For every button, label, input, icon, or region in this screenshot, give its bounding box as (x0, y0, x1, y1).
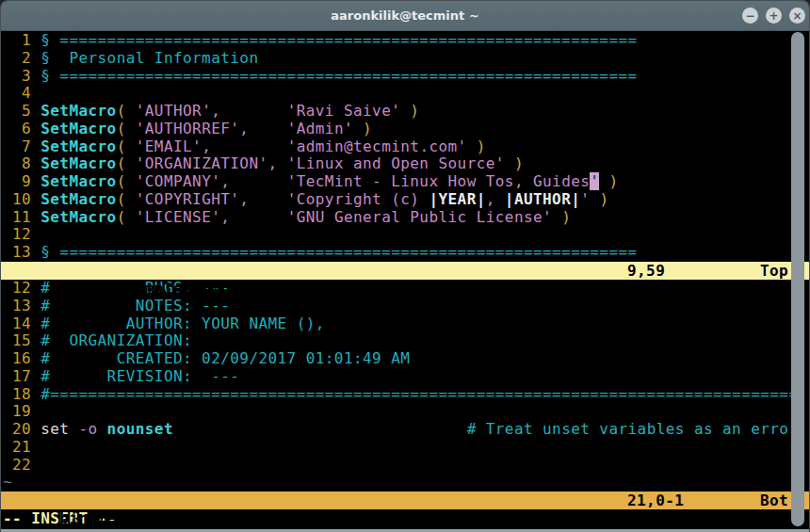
titlebar[interactable]: aaronkilik@tecmint ~ − + × (1, 1, 809, 31)
editor-line[interactable]: 19 (3, 403, 809, 421)
editor-line[interactable]: 20 set -o nounset # Treat unset variable… (3, 421, 809, 439)
line-number: 13 (3, 243, 40, 261)
code-segment: # NOTES: --- (40, 297, 230, 314)
code-segment: 'COPYRIGHT', (136, 190, 250, 208)
code-segment: nounset (107, 420, 173, 438)
editor-line[interactable]: 18 #====================================… (3, 386, 809, 404)
editor-line[interactable]: 8 SetMacro( 'ORGANIZATION', 'Linux and O… (3, 155, 809, 173)
statusline-bottom-filename: bin/test.sh (59, 509, 164, 527)
editor-line[interactable]: 5 SetMacro( 'AUTHOR', 'Ravi Saive' ) (3, 103, 809, 121)
code-segment: ( (117, 172, 136, 190)
statusline-top-position: Top (760, 262, 788, 280)
vim-bottom-pane[interactable]: 12 # BUGS: --- 13 # NOTES: --- 14 # AUTH… (1, 280, 809, 492)
editor-line[interactable]: 13 # NOTES: --- (3, 298, 809, 315)
line-number: 21 (3, 438, 40, 456)
code-segment: ) (505, 154, 524, 172)
code-segment: SetMacro (40, 190, 116, 208)
window-title: aaronkilik@tecmint ~ (331, 8, 478, 23)
editor-line[interactable]: ~ (3, 474, 809, 492)
line-number: 11 (3, 208, 40, 226)
code-segment: # CREATED: 02/09/2017 01:01:49 AM (40, 349, 410, 367)
close-button[interactable]: × (789, 8, 805, 24)
code-segment: ) (599, 172, 618, 190)
editor-line[interactable]: 6 SetMacro( 'AUTHORREF', 'Admin' ) (3, 121, 809, 138)
code-segment: , (486, 190, 505, 208)
window-controls: − + × (742, 8, 805, 24)
code-segment: 'COMPANY', (136, 172, 231, 190)
statusline-bottom-position: Bot (760, 492, 788, 509)
editor-line[interactable]: 11 SetMacro( 'LICENSE', 'GNU General Pub… (3, 209, 809, 227)
code-segment: 'Ravi Saive' (287, 102, 401, 120)
editor-line[interactable]: 3 § ====================================… (3, 68, 809, 86)
code-segment: 'TecMint - Linux How Tos, Guides (287, 172, 591, 190)
editor-line[interactable]: 10 SetMacro( 'COPYRIGHT', 'Copyright (c)… (3, 191, 809, 209)
line-number: 1 (3, 31, 40, 49)
editor-line[interactable]: 17 # REVISION: --- (3, 368, 809, 386)
code-segment: |YEAR| (429, 190, 485, 208)
code-segment: SetMacro (40, 208, 116, 226)
code-segment: ( (117, 137, 136, 155)
code-segment (220, 102, 286, 120)
editor-line[interactable]: 16 # CREATED: 02/09/2017 01:01:49 AM (3, 350, 809, 368)
code-segment: # AUTHOR: YOUR NAME (), (40, 314, 325, 332)
line-number: 10 (3, 190, 40, 208)
editor-line[interactable]: 14 # AUTHOR: YOUR NAME (), (3, 315, 809, 333)
code-segment: # Treat unset variables as an error (467, 420, 799, 438)
code-segment (278, 154, 287, 172)
line-number: 22 (3, 456, 40, 474)
editor-line[interactable]: 15 # ORGANIZATION: (3, 332, 809, 350)
statusline-top-ruler: 9,59 (627, 262, 665, 280)
editor-line[interactable]: 4 (3, 85, 809, 103)
editor-line[interactable]: 9 SetMacro( 'COMPANY', 'TecMint - Linux … (3, 173, 809, 191)
line-number: 16 (3, 349, 40, 367)
code-segment: § ======================================… (40, 31, 637, 49)
editor-line[interactable]: 7 SetMacro( 'EMAIL', 'admin@tecmint.com'… (3, 138, 809, 156)
code-segment: 'Copyright (c) (287, 190, 429, 208)
code-segment: ) (467, 137, 486, 155)
line-number: 18 (3, 385, 40, 403)
code-segment: set (40, 420, 78, 438)
code-segment: § Personal Information (40, 49, 258, 67)
vim-cursor: ' (590, 172, 599, 190)
editor-line[interactable]: 12 (3, 226, 809, 244)
code-segment: # REVISION: --- (40, 367, 239, 385)
code-segment: -o (78, 420, 106, 438)
code-segment: |AUTHOR| (505, 190, 580, 208)
code-segment (211, 137, 286, 155)
line-number: 8 (3, 154, 40, 172)
line-number: 2 (3, 49, 40, 67)
scrollbar-thumb[interactable] (791, 32, 804, 526)
line-number: 5 (3, 102, 40, 120)
code-segment (230, 208, 286, 226)
code-segment: ( (117, 120, 136, 137)
code-segment: ' (580, 190, 590, 208)
statusline-top-filename: ~/.vim/templates/personal.templates [+] (59, 280, 429, 298)
code-segment: 'Admin' (287, 120, 353, 137)
code-segment: ) (400, 102, 419, 120)
code-segment (173, 420, 467, 438)
line-number: 7 (3, 137, 40, 155)
editor-line[interactable]: 13 § ===================================… (3, 244, 809, 262)
editor-line[interactable]: 22 (3, 457, 809, 475)
code-segment: 'AUTHORREF', (136, 120, 250, 137)
editor-line[interactable]: 1 § ====================================… (3, 32, 809, 50)
code-segment: 'LICENSE', (136, 208, 231, 226)
code-segment: 'Linux and Open Source' (287, 154, 505, 172)
line-number: 20 (3, 420, 40, 438)
code-segment (249, 190, 286, 208)
editor-line[interactable]: 2 § Personal Information (3, 50, 809, 68)
code-segment: #=======================================… (40, 385, 798, 403)
editor-line[interactable]: 21 (3, 439, 809, 457)
vim-top-pane[interactable]: 1 § ====================================… (1, 31, 809, 262)
statusline-bottom-ruler: 21,0-1 (627, 492, 684, 509)
code-segment: 'admin@tecmint.com' (287, 137, 467, 155)
minimize-button[interactable]: − (742, 8, 758, 24)
code-segment: ~ (3, 473, 12, 491)
line-number: 6 (3, 120, 40, 137)
code-segment: § ======================================… (40, 243, 637, 261)
line-number: 12 (3, 225, 40, 243)
code-segment: ) (353, 120, 372, 137)
code-segment: SetMacro (40, 172, 116, 190)
maximize-button[interactable]: + (766, 8, 782, 24)
code-segment: ) (552, 208, 571, 226)
